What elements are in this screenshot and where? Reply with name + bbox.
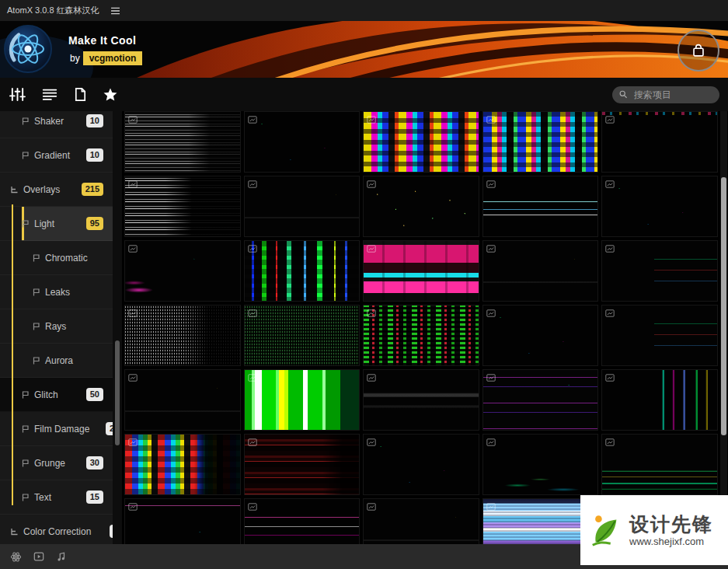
sidebar-item-label: Rays [45, 321, 66, 332]
audio-button[interactable] [56, 551, 67, 562]
thumbnail-item[interactable] [244, 111, 361, 173]
item-type-icon [248, 373, 257, 382]
sidebar-item-glitch[interactable]: Glitch50 [0, 378, 113, 412]
video-play-icon [33, 551, 44, 562]
sidebar-item-label: Text [34, 492, 51, 503]
item-type-icon [248, 180, 257, 189]
sidebar-item-aurora[interactable]: Aurora [0, 344, 113, 378]
category-item-icon [33, 356, 41, 365]
thumbnail-item[interactable] [482, 111, 599, 173]
thumbnail-item[interactable] [244, 176, 361, 237]
thumbnail-item[interactable] [124, 498, 241, 544]
content-area [122, 111, 728, 544]
document-button[interactable] [73, 87, 88, 102]
thumbnail-item[interactable] [124, 369, 241, 431]
category-item-icon [22, 219, 30, 228]
sidebar-item-gradient[interactable]: Gradient10 [0, 138, 113, 173]
shejixf-leaf-logo [588, 512, 624, 548]
thumbnail-item[interactable] [601, 305, 718, 366]
sidebar-item-label: Gradient [34, 150, 70, 161]
favorites-button[interactable] [103, 87, 118, 103]
sidebar-item-film-damage[interactable]: Film Damage2 [0, 412, 113, 446]
thumbnail-item[interactable] [244, 369, 361, 431]
sidebar-item-leaks[interactable]: Leaks [0, 275, 113, 309]
search-icon [619, 89, 628, 99]
sidebar-item-label: Overlays [23, 184, 60, 195]
sidebar: Shaker10Gradient10Overlays215Light95Chro… [0, 111, 113, 544]
atomx-logo [3, 24, 53, 74]
thumbnail-item[interactable] [601, 176, 718, 237]
count-badge: 15 [86, 490, 103, 504]
item-type-icon [128, 502, 138, 511]
category-item-icon [33, 253, 41, 262]
sidebar-item-shaker[interactable]: Shaker10 [0, 111, 113, 138]
thumbnail-item[interactable] [244, 498, 361, 544]
thumbnail-item[interactable] [244, 305, 361, 366]
sidebar-scrollbar-track[interactable] [113, 111, 122, 544]
thumbnail-item[interactable] [124, 305, 241, 366]
item-type-icon [605, 438, 615, 447]
thumbnail-item[interactable] [124, 111, 241, 173]
category-item-icon [33, 322, 41, 330]
thumbnail-item[interactable] [244, 434, 361, 495]
item-type-icon [248, 244, 257, 253]
sidebar-list: Shaker10Gradient10Overlays215Light95Chro… [0, 111, 113, 544]
sliders-icon [9, 87, 26, 102]
thumbnail-item[interactable] [482, 369, 599, 431]
filter-sliders-button[interactable] [9, 87, 26, 102]
thumbnail-item[interactable] [363, 369, 479, 431]
search-input[interactable] [632, 89, 712, 101]
thumbnail-item[interactable] [363, 240, 479, 302]
thumbnail-item[interactable] [244, 240, 361, 302]
thumbnail-item[interactable] [482, 240, 599, 302]
thumbnail-item[interactable] [601, 240, 718, 302]
list-view-button[interactable] [41, 88, 58, 101]
thumbnail-item[interactable] [363, 111, 479, 173]
item-type-icon [248, 502, 257, 511]
item-type-icon [367, 309, 376, 318]
thumbnail-item[interactable] [601, 111, 718, 173]
store-button[interactable] [677, 30, 719, 72]
sidebar-item-grunge[interactable]: Grunge30 [0, 446, 113, 480]
sidebar-scrollbar-thumb[interactable] [115, 340, 120, 445]
thumbnail-item[interactable] [363, 434, 479, 495]
preview-video-button[interactable] [33, 551, 44, 562]
item-type-icon [486, 309, 496, 318]
hamburger-menu-icon[interactable] [110, 7, 120, 15]
thumbnail-item[interactable] [482, 305, 599, 366]
atom-settings-button[interactable] [10, 551, 22, 563]
watermark: 设计先锋 www.shejixf.com [580, 495, 728, 565]
search-box[interactable] [612, 86, 719, 103]
thumbnail-item[interactable] [363, 176, 479, 237]
sidebar-item-color-correction[interactable]: Color Correction [0, 515, 113, 544]
thumbnail-item[interactable] [482, 176, 599, 237]
thumbnail-item[interactable] [124, 434, 241, 495]
thumbnail-item[interactable] [124, 240, 241, 302]
thumbnail-item[interactable] [482, 434, 599, 495]
item-type-icon [367, 502, 376, 511]
thumbnail-item[interactable] [601, 434, 718, 495]
byline-prefix: by [67, 51, 83, 65]
content-scrollbar-thumb[interactable] [721, 177, 726, 435]
sidebar-item-light[interactable]: Light95 [0, 207, 113, 241]
sidebar-item-overlays[interactable]: Overlays215 [0, 173, 113, 207]
thumbnail-item[interactable] [124, 176, 241, 237]
content-scrollbar-track[interactable] [720, 111, 727, 544]
sidebar-item-label: Shaker [34, 116, 64, 127]
item-type-icon [367, 115, 376, 124]
thumbnail-item[interactable] [601, 369, 718, 431]
count-badge: 10 [86, 148, 103, 162]
sidebar-item-text[interactable]: Text15 [0, 480, 113, 515]
count-badge: 2 [106, 422, 113, 435]
item-type-icon [128, 244, 138, 253]
item-type-icon [605, 373, 615, 382]
atom-icon [10, 551, 22, 563]
item-type-icon [128, 115, 138, 124]
item-type-icon [367, 438, 376, 447]
sidebar-item-rays[interactable]: Rays [0, 309, 113, 344]
thumbnail-item[interactable] [363, 498, 479, 544]
thumbnail-item[interactable] [363, 305, 479, 366]
sidebar-item-chromatic[interactable]: Chromatic [0, 241, 113, 275]
sidebar-item-label: Film Damage [34, 424, 89, 435]
watermark-url: www.shejixf.com [629, 536, 713, 547]
